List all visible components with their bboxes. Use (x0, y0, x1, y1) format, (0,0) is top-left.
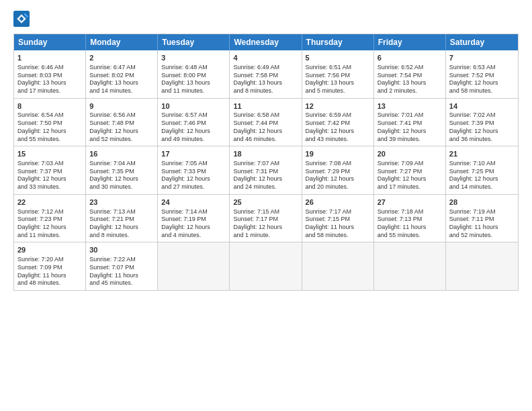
day-number: 23 (89, 197, 154, 208)
day-number: 8 (17, 101, 82, 111)
day-number: 2 (89, 53, 154, 63)
day-number: 6 (378, 53, 442, 63)
day-number: 17 (161, 149, 226, 159)
day-number: 25 (233, 197, 298, 208)
day-info: Sunrise: 6:52 AM Sunset: 7:54 PM Dayligh… (378, 64, 442, 95)
day-number: 24 (161, 197, 226, 208)
day-header-saturday: Saturday (446, 34, 518, 50)
calendar-row-4: 29Sunrise: 7:20 AM Sunset: 7:09 PM Dayli… (14, 242, 518, 290)
day-header-friday: Friday (374, 34, 446, 50)
day-info: Sunrise: 7:22 AM Sunset: 7:07 PM Dayligh… (89, 256, 154, 287)
day-info: Sunrise: 7:04 AM Sunset: 7:35 PM Dayligh… (89, 160, 154, 191)
calendar-cell: 21Sunrise: 7:10 AM Sunset: 7:25 PM Dayli… (446, 146, 518, 194)
calendar-cell: 18Sunrise: 7:07 AM Sunset: 7:31 PM Dayli… (230, 146, 302, 194)
calendar-cell (158, 242, 230, 290)
day-info: Sunrise: 6:58 AM Sunset: 7:44 PM Dayligh… (233, 111, 298, 143)
day-number: 9 (89, 101, 154, 111)
calendar-row-3: 22Sunrise: 7:12 AM Sunset: 7:23 PM Dayli… (14, 195, 518, 243)
day-header-thursday: Thursday (302, 34, 374, 50)
day-number: 13 (378, 101, 442, 111)
day-info: Sunrise: 7:14 AM Sunset: 7:19 PM Dayligh… (161, 208, 226, 240)
day-number: 26 (306, 197, 370, 208)
calendar-cell: 24Sunrise: 7:14 AM Sunset: 7:19 PM Dayli… (158, 195, 230, 242)
calendar-header: SundayMondayTuesdayWednesdayThursdayFrid… (14, 34, 518, 50)
day-info: Sunrise: 7:15 AM Sunset: 7:17 PM Dayligh… (233, 208, 298, 240)
day-info: Sunrise: 6:49 AM Sunset: 7:58 PM Dayligh… (233, 64, 298, 95)
day-header-monday: Monday (86, 34, 158, 50)
day-info: Sunrise: 7:07 AM Sunset: 7:31 PM Dayligh… (233, 160, 298, 191)
calendar: SundayMondayTuesdayWednesdayThursdayFrid… (13, 34, 519, 291)
calendar-cell: 12Sunrise: 6:59 AM Sunset: 7:42 PM Dayli… (302, 99, 374, 146)
day-info: Sunrise: 6:54 AM Sunset: 7:50 PM Dayligh… (17, 111, 82, 143)
day-number: 21 (449, 149, 515, 159)
day-info: Sunrise: 6:51 AM Sunset: 7:56 PM Dayligh… (306, 64, 370, 95)
day-number: 10 (161, 101, 226, 111)
calendar-cell: 29Sunrise: 7:20 AM Sunset: 7:09 PM Dayli… (14, 242, 86, 290)
day-info: Sunrise: 6:59 AM Sunset: 7:42 PM Dayligh… (306, 111, 370, 143)
calendar-body: 1Sunrise: 6:46 AM Sunset: 8:03 PM Daylig… (14, 50, 518, 290)
calendar-cell: 27Sunrise: 7:18 AM Sunset: 7:13 PM Dayli… (374, 195, 446, 242)
calendar-cell: 13Sunrise: 7:01 AM Sunset: 7:41 PM Dayli… (374, 99, 446, 146)
day-number: 27 (378, 197, 442, 208)
day-info: Sunrise: 6:56 AM Sunset: 7:48 PM Dayligh… (89, 111, 154, 143)
day-number: 11 (233, 101, 298, 111)
calendar-cell: 25Sunrise: 7:15 AM Sunset: 7:17 PM Dayli… (230, 195, 302, 242)
day-number: 20 (378, 149, 442, 159)
day-info: Sunrise: 7:05 AM Sunset: 7:33 PM Dayligh… (161, 160, 226, 191)
day-header-sunday: Sunday (14, 34, 86, 50)
day-info: Sunrise: 6:46 AM Sunset: 8:03 PM Dayligh… (17, 64, 82, 95)
calendar-cell: 22Sunrise: 7:12 AM Sunset: 7:23 PM Dayli… (14, 195, 86, 242)
day-info: Sunrise: 7:18 AM Sunset: 7:13 PM Dayligh… (378, 208, 442, 240)
calendar-cell: 15Sunrise: 7:03 AM Sunset: 7:37 PM Dayli… (14, 146, 86, 194)
day-number: 22 (17, 197, 82, 208)
day-number: 1 (17, 53, 82, 63)
calendar-cell: 17Sunrise: 7:05 AM Sunset: 7:33 PM Dayli… (158, 146, 230, 194)
day-info: Sunrise: 6:48 AM Sunset: 8:00 PM Dayligh… (161, 64, 226, 95)
day-info: Sunrise: 7:02 AM Sunset: 7:39 PM Dayligh… (449, 111, 515, 143)
day-info: Sunrise: 7:12 AM Sunset: 7:23 PM Dayligh… (17, 208, 82, 240)
calendar-cell: 8Sunrise: 6:54 AM Sunset: 7:50 PM Daylig… (14, 99, 86, 146)
calendar-cell: 10Sunrise: 6:57 AM Sunset: 7:46 PM Dayli… (158, 99, 230, 146)
calendar-cell: 11Sunrise: 6:58 AM Sunset: 7:44 PM Dayli… (230, 99, 302, 146)
day-number: 3 (161, 53, 226, 63)
calendar-cell (374, 242, 446, 290)
calendar-cell (446, 242, 518, 290)
day-header-wednesday: Wednesday (230, 34, 302, 50)
day-info: Sunrise: 7:08 AM Sunset: 7:29 PM Dayligh… (306, 160, 370, 191)
calendar-cell: 26Sunrise: 7:17 AM Sunset: 7:15 PM Dayli… (302, 195, 374, 242)
calendar-cell: 14Sunrise: 7:02 AM Sunset: 7:39 PM Dayli… (446, 99, 518, 146)
calendar-cell: 28Sunrise: 7:19 AM Sunset: 7:11 PM Dayli… (446, 195, 518, 242)
day-info: Sunrise: 7:03 AM Sunset: 7:37 PM Dayligh… (17, 160, 82, 191)
day-number: 5 (306, 53, 370, 63)
day-info: Sunrise: 7:17 AM Sunset: 7:15 PM Dayligh… (306, 208, 370, 240)
calendar-cell (230, 242, 302, 290)
calendar-cell: 6Sunrise: 6:52 AM Sunset: 7:54 PM Daylig… (374, 50, 446, 98)
day-number: 12 (306, 101, 370, 111)
day-number: 19 (306, 149, 370, 159)
calendar-cell: 23Sunrise: 7:13 AM Sunset: 7:21 PM Dayli… (86, 195, 158, 242)
calendar-row-2: 15Sunrise: 7:03 AM Sunset: 7:37 PM Dayli… (14, 146, 518, 195)
logo (13, 11, 74, 27)
day-info: Sunrise: 6:53 AM Sunset: 7:52 PM Dayligh… (449, 64, 515, 95)
day-info: Sunrise: 6:47 AM Sunset: 8:02 PM Dayligh… (89, 64, 154, 95)
calendar-row-0: 1Sunrise: 6:46 AM Sunset: 8:03 PM Daylig… (14, 50, 518, 99)
calendar-cell: 19Sunrise: 7:08 AM Sunset: 7:29 PM Dayli… (302, 146, 374, 194)
calendar-cell: 2Sunrise: 6:47 AM Sunset: 8:02 PM Daylig… (86, 50, 158, 98)
day-info: Sunrise: 7:20 AM Sunset: 7:09 PM Dayligh… (17, 256, 82, 287)
day-number: 7 (449, 53, 515, 63)
day-info: Sunrise: 6:57 AM Sunset: 7:46 PM Dayligh… (161, 111, 226, 143)
day-info: Sunrise: 7:01 AM Sunset: 7:41 PM Dayligh… (378, 111, 442, 143)
day-number: 30 (89, 245, 154, 255)
day-number: 14 (449, 101, 515, 111)
day-number: 29 (17, 245, 82, 255)
calendar-cell: 30Sunrise: 7:22 AM Sunset: 7:07 PM Dayli… (86, 242, 158, 290)
day-number: 15 (17, 149, 82, 159)
calendar-cell: 7Sunrise: 6:53 AM Sunset: 7:52 PM Daylig… (446, 50, 518, 98)
calendar-cell: 4Sunrise: 6:49 AM Sunset: 7:58 PM Daylig… (230, 50, 302, 98)
day-info: Sunrise: 7:10 AM Sunset: 7:25 PM Dayligh… (449, 160, 515, 191)
day-number: 4 (233, 53, 298, 63)
day-number: 28 (449, 197, 515, 208)
calendar-row-1: 8Sunrise: 6:54 AM Sunset: 7:50 PM Daylig… (14, 99, 518, 147)
day-number: 18 (233, 149, 298, 159)
day-header-tuesday: Tuesday (158, 34, 230, 50)
